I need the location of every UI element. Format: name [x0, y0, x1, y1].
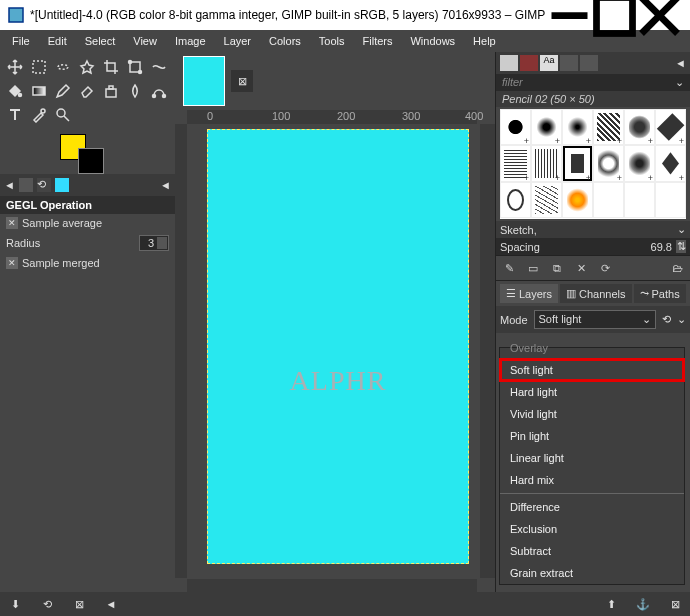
delete-brush-icon[interactable]: ✕	[572, 259, 590, 277]
tab-paths[interactable]: ⤳Paths	[634, 284, 686, 303]
menu-file[interactable]: File	[4, 33, 38, 49]
svg-point-8	[139, 71, 142, 74]
brush-name: Pencil 02 (50 × 50)	[496, 91, 690, 107]
mode-hard-mix[interactable]: Hard mix	[500, 469, 684, 491]
tab-device[interactable]: ⟲	[37, 178, 51, 192]
color-picker-tool[interactable]	[28, 104, 50, 126]
menu-help[interactable]: Help	[465, 33, 504, 49]
tab-brushes[interactable]	[500, 55, 518, 71]
maximize-button[interactable]	[592, 0, 637, 30]
tab-doc[interactable]	[580, 55, 598, 71]
minimize-button[interactable]	[547, 0, 592, 30]
mode-vivid-light[interactable]: Vivid light	[500, 403, 684, 425]
svg-point-14	[163, 95, 166, 98]
pencil-tool[interactable]	[52, 80, 74, 102]
mode-overlay[interactable]: Overlay	[500, 342, 684, 359]
anchor-icon[interactable]: ⚓	[634, 595, 652, 613]
chevron-down-icon[interactable]: ⌄	[677, 313, 686, 326]
refresh-brush-icon[interactable]: ⟳	[596, 259, 614, 277]
tab-fonts[interactable]: Aa	[540, 55, 558, 71]
mode-exclusion[interactable]: Exclusion	[500, 518, 684, 540]
vertical-ruler[interactable]	[175, 124, 187, 578]
free-select-tool[interactable]	[52, 56, 74, 78]
path-tool[interactable]	[148, 80, 170, 102]
svg-rect-2	[597, 0, 633, 33]
tab-image[interactable]	[55, 178, 69, 192]
radius-spinner[interactable]: 3	[139, 235, 169, 251]
dock-menu-icon[interactable]: ◄	[4, 179, 15, 191]
brush-filter-input[interactable]: filter	[502, 76, 675, 89]
smudge-tool[interactable]	[124, 80, 146, 102]
menu-image[interactable]: Image	[167, 33, 214, 49]
open-brush-icon[interactable]: 🗁	[668, 259, 686, 277]
dock-menu-icon[interactable]: ◄	[675, 57, 686, 69]
image-thumbnail[interactable]	[183, 56, 225, 106]
mode-select[interactable]: Soft light⌄	[534, 310, 656, 329]
mode-subtract[interactable]: Subtract	[500, 540, 684, 562]
transform-tool[interactable]	[124, 56, 146, 78]
mode-linear-light[interactable]: Linear light	[500, 447, 684, 469]
tab-tool-options[interactable]	[19, 178, 33, 192]
menu-colors[interactable]: Colors	[261, 33, 309, 49]
svg-rect-10	[33, 87, 45, 95]
warp-tool[interactable]	[148, 56, 170, 78]
menu-edit[interactable]: Edit	[40, 33, 75, 49]
spacing-value[interactable]: 69.8	[651, 241, 672, 253]
menu-tools[interactable]: Tools	[311, 33, 353, 49]
rect-select-tool[interactable]	[28, 56, 50, 78]
zoom-tool[interactable]	[52, 104, 74, 126]
sample-average-checkbox[interactable]: ✕	[6, 217, 18, 229]
mode-soft-light[interactable]: Soft light	[500, 359, 684, 381]
new-brush-icon[interactable]: ▭	[524, 259, 542, 277]
close-image-button[interactable]: ⊠	[231, 70, 253, 92]
vertical-scrollbar[interactable]	[480, 124, 495, 578]
brush-grid[interactable]	[500, 109, 686, 219]
menu-view[interactable]: View	[125, 33, 165, 49]
fuzzy-select-tool[interactable]	[76, 56, 98, 78]
mode-grain-extract[interactable]: Grain extract	[500, 562, 684, 584]
tab-channels[interactable]: ▥Channels	[560, 284, 631, 303]
menu-layer[interactable]: Layer	[216, 33, 260, 49]
save-icon[interactable]: ⬇	[6, 595, 24, 613]
mode-hard-light[interactable]: Hard light	[500, 381, 684, 403]
watermark: ALPHR	[290, 365, 387, 397]
gradient-tool[interactable]	[28, 80, 50, 102]
duplicate-brush-icon[interactable]: ⧉	[548, 259, 566, 277]
menu-filters[interactable]: Filters	[355, 33, 401, 49]
clone-tool[interactable]	[100, 80, 122, 102]
delete-layer-icon[interactable]: ⊠	[666, 595, 684, 613]
close-button[interactable]	[637, 0, 682, 30]
dock-options-icon[interactable]: ◄	[160, 179, 171, 191]
radius-label: Radius	[6, 237, 40, 249]
chevron-down-icon[interactable]: ⌄	[675, 76, 684, 89]
eraser-tool[interactable]	[76, 80, 98, 102]
menu-windows[interactable]: Windows	[402, 33, 463, 49]
canvas[interactable]: ALPHR	[207, 129, 469, 564]
mode-reset-icon[interactable]: ⟲	[662, 313, 671, 326]
canvas-area[interactable]: ALPHR	[187, 124, 477, 578]
tab-patterns[interactable]	[520, 55, 538, 71]
upload-icon[interactable]: ⬆	[602, 595, 620, 613]
mode-pin-light[interactable]: Pin light	[500, 425, 684, 447]
brush-category[interactable]: Sketch,	[500, 224, 537, 236]
svg-rect-12	[109, 86, 113, 89]
svg-point-9	[19, 94, 22, 97]
svg-rect-0	[9, 8, 23, 22]
tab-layers[interactable]: ☰Layers	[500, 284, 558, 303]
delete-icon[interactable]: ⊠	[70, 595, 88, 613]
edit-brush-icon[interactable]: ✎	[500, 259, 518, 277]
color-swatches[interactable]	[0, 130, 175, 174]
mode-difference[interactable]: Difference	[500, 496, 684, 518]
background-color[interactable]	[78, 148, 104, 174]
horizontal-ruler[interactable]: 0 100 200 300 400	[187, 110, 477, 124]
bucket-tool[interactable]	[4, 80, 26, 102]
text-tool[interactable]	[4, 104, 26, 126]
tab-history[interactable]	[560, 55, 578, 71]
menu-select[interactable]: Select	[77, 33, 124, 49]
crop-tool[interactable]	[100, 56, 122, 78]
sample-merged-checkbox[interactable]: ✕	[6, 257, 18, 269]
move-tool[interactable]	[4, 56, 26, 78]
chevron-down-icon[interactable]: ⌄	[677, 223, 686, 236]
reset-icon[interactable]: ◄	[102, 595, 120, 613]
revert-icon[interactable]: ⟲	[38, 595, 56, 613]
